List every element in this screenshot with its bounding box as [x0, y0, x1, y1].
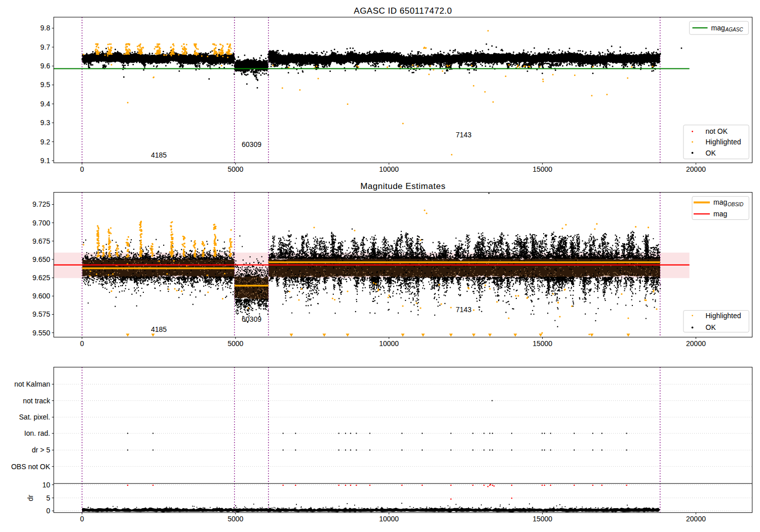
svg-text:60309: 60309 [242, 140, 261, 148]
svg-text:9.6: 9.6 [41, 62, 51, 70]
svg-text:60309: 60309 [242, 315, 261, 323]
svg-text:9.3: 9.3 [41, 119, 51, 127]
svg-text:9.4: 9.4 [41, 100, 51, 108]
svg-text:10000: 10000 [379, 339, 399, 348]
svg-text:mag: mag [713, 210, 727, 218]
svg-text:Highlighted: Highlighted [706, 312, 741, 320]
svg-text:0: 0 [80, 339, 84, 348]
svg-text:not OK: not OK [706, 127, 728, 135]
svg-text:5000: 5000 [227, 165, 243, 173]
svg-text:Sat. pixel.: Sat. pixel. [19, 413, 50, 421]
svg-text:mag: mag [713, 198, 727, 206]
svg-text:Highlighted: Highlighted [706, 138, 741, 146]
svg-text:AGASC: AGASC [725, 27, 744, 32]
svg-text:10000: 10000 [379, 165, 399, 173]
svg-text:9.550: 9.550 [32, 329, 50, 337]
svg-text:7143: 7143 [455, 131, 471, 139]
svg-text:9.1: 9.1 [41, 157, 51, 165]
svg-text:0: 0 [80, 515, 84, 523]
svg-text:4185: 4185 [151, 151, 167, 159]
svg-text:4185: 4185 [151, 325, 167, 333]
svg-text:not track: not track [23, 397, 51, 405]
svg-text:OK: OK [706, 149, 716, 157]
svg-text:9.725: 9.725 [32, 200, 50, 208]
svg-text:9.5: 9.5 [41, 81, 51, 89]
svg-text:5000: 5000 [227, 339, 243, 348]
svg-text:15000: 15000 [533, 339, 552, 348]
svg-text:9.625: 9.625 [32, 274, 50, 282]
svg-text:Ion. rad.: Ion. rad. [24, 429, 50, 437]
svg-text:5000: 5000 [227, 515, 243, 523]
svg-text:not Kalman: not Kalman [14, 380, 50, 388]
svg-text:7143: 7143 [455, 306, 471, 314]
svg-text:15000: 15000 [533, 165, 552, 173]
svg-text:0: 0 [80, 165, 84, 173]
svg-text:OBSID: OBSID [728, 202, 743, 207]
svg-text:OBS not OK: OBS not OK [11, 463, 51, 471]
svg-text:9.600: 9.600 [32, 292, 50, 300]
svg-text:20000: 20000 [686, 165, 706, 173]
svg-text:9.675: 9.675 [32, 237, 50, 245]
svg-text:20000: 20000 [686, 339, 706, 348]
svg-text:Magnitude Estimates: Magnitude Estimates [360, 181, 445, 191]
svg-text:9.2: 9.2 [41, 138, 51, 146]
svg-text:10000: 10000 [379, 515, 399, 523]
svg-text:5: 5 [46, 494, 50, 502]
svg-text:15000: 15000 [533, 515, 552, 523]
svg-text:9.8: 9.8 [41, 24, 51, 32]
svg-text:AGASC ID 650117472.0: AGASC ID 650117472.0 [354, 6, 452, 16]
svg-text:10: 10 [42, 481, 50, 489]
svg-text:dr: dr [26, 495, 34, 501]
svg-text:9.7: 9.7 [41, 43, 51, 51]
svg-text:20000: 20000 [686, 515, 706, 523]
svg-text:0: 0 [46, 507, 50, 515]
svg-text:9.575: 9.575 [32, 310, 50, 318]
svg-text:dr > 5: dr > 5 [32, 446, 50, 454]
svg-text:9.700: 9.700 [32, 219, 50, 227]
svg-text:OK: OK [706, 323, 716, 331]
svg-text:9.650: 9.650 [32, 255, 50, 263]
svg-text:mag: mag [711, 24, 725, 32]
